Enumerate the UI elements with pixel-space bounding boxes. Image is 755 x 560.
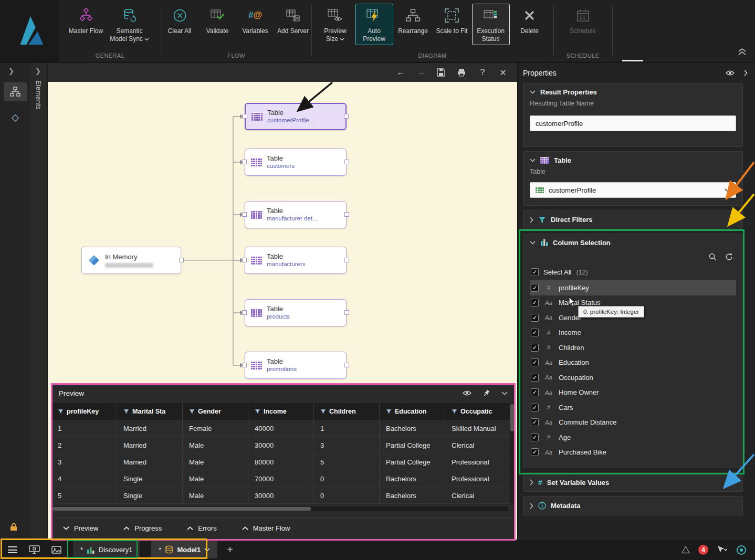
node-table-products[interactable]: Tableproducts — [245, 299, 347, 326]
preview-column-header[interactable]: Marital Sta — [117, 403, 183, 420]
select-all-checkbox[interactable]: ✓ — [531, 268, 539, 276]
present-button[interactable] — [29, 545, 40, 554]
auto-preview-button[interactable]: Auto Preview — [355, 4, 393, 45]
node-table-manufacturers[interactable]: Tablemanufacturers — [245, 247, 347, 274]
chevron-down-icon[interactable] — [204, 548, 210, 552]
preview-size-button[interactable]: Preview Size — [317, 4, 354, 45]
input-port[interactable] — [242, 363, 247, 367]
eye-icon[interactable] — [726, 70, 735, 76]
column-checkbox-checked[interactable]: ✓ — [531, 388, 539, 396]
column-checkbox-checked[interactable]: ✓ — [531, 434, 539, 441]
input-port[interactable] — [243, 114, 247, 119]
column-checkbox-checked[interactable]: ✓ — [531, 314, 539, 322]
pointer-menu-icon[interactable] — [717, 545, 728, 554]
preview-column-header[interactable]: Gender — [183, 403, 248, 420]
preview-table-row[interactable]: 5SingleMale300000BachelorsClerical — [51, 487, 509, 504]
resulting-table-name-input[interactable] — [530, 115, 736, 131]
column-checkbox-checked[interactable]: ✓ — [531, 329, 539, 336]
tab-model1[interactable]: * Model1 — [151, 541, 217, 558]
node-table-manufacturer-details[interactable]: Tablemanufacturer det... — [245, 201, 347, 228]
input-port[interactable] — [242, 310, 247, 315]
output-port[interactable] — [179, 258, 184, 262]
expand-elements-chevron[interactable]: ❯ — [30, 63, 47, 75]
app-status-icon[interactable] — [736, 545, 747, 555]
semantic-model-sync-button[interactable]: Semantic Model Sync — [106, 4, 153, 45]
validate-button[interactable]: Validate — [199, 4, 236, 37]
column-item-profilekey[interactable]: ✓#profileKey — [530, 280, 736, 295]
tab-master-flow[interactable]: Master Flow — [242, 524, 290, 532]
column-item-gender[interactable]: ✓AaGender — [530, 310, 736, 325]
output-port[interactable] — [344, 160, 349, 164]
new-tab-button[interactable]: + — [227, 544, 233, 556]
pin-icon[interactable] — [481, 388, 491, 398]
menu-icon[interactable] — [8, 545, 17, 555]
schedule-button[interactable]: Schedule — [564, 4, 602, 37]
model-view-button[interactable] — [4, 109, 27, 128]
tab-progress[interactable]: Progress — [123, 524, 162, 532]
output-port[interactable] — [344, 363, 349, 367]
preview-column-header[interactable]: Children — [314, 403, 380, 420]
preview-vertical-scrollbar[interactable] — [510, 404, 515, 505]
tab-errors[interactable]: Errors — [187, 524, 216, 532]
notification-badge[interactable]: 4 — [698, 545, 708, 555]
column-checkbox-checked[interactable]: ✓ — [531, 448, 539, 456]
tab-preview[interactable]: Preview — [63, 524, 98, 532]
column-checkbox-checked[interactable]: ✓ — [531, 404, 539, 411]
scale-to-fit-button[interactable]: Scale to Fit — [433, 4, 471, 45]
clear-all-button[interactable]: Clear All — [161, 4, 198, 37]
metadata-header[interactable]: Metadata — [530, 502, 736, 510]
column-item-income[interactable]: ✓#Income — [530, 325, 736, 341]
snapshot-button[interactable] — [51, 546, 61, 554]
output-port[interactable] — [344, 212, 349, 217]
collapse-ribbon-button[interactable] — [738, 48, 747, 55]
preview-table-row[interactable]: 2MarriedMale300003Partial CollegeClerica… — [51, 437, 509, 453]
preview-table-row[interactable]: 4SingleMale700000BachelorsProfessional — [51, 470, 509, 487]
app-mini-logo-icon[interactable] — [681, 546, 690, 554]
tab-discovery1[interactable]: * Discovery1 — [73, 541, 140, 558]
column-item-cars[interactable]: ✓#Cars — [530, 400, 736, 415]
help-button[interactable]: ? — [478, 68, 487, 77]
eye-icon[interactable] — [463, 390, 471, 396]
search-icon[interactable] — [709, 253, 717, 261]
elements-panel-label[interactable]: Elements — [35, 80, 42, 110]
add-server-button[interactable]: Add Server — [275, 4, 311, 37]
preview-horizontal-scrollbar[interactable] — [53, 506, 508, 511]
column-item-age[interactable]: ✓#Age — [530, 430, 736, 445]
input-port[interactable] — [242, 258, 247, 262]
table-section-header[interactable]: Table — [530, 156, 736, 164]
delete-button[interactable]: Delete — [511, 4, 549, 45]
column-item-commute-distance[interactable]: ✓AaCommute Distance — [530, 415, 736, 430]
node-table-customers[interactable]: Tablecustomers — [245, 149, 347, 176]
column-checkbox-checked[interactable]: ✓ — [531, 344, 539, 352]
preview-column-header[interactable]: Education — [380, 403, 445, 420]
execution-status-button[interactable]: Execution Status — [472, 4, 510, 45]
input-port[interactable] — [242, 212, 247, 217]
result-properties-header[interactable]: Result Properties — [530, 88, 736, 96]
column-item-children[interactable]: ✓#Children — [530, 340, 736, 355]
column-item-occupation[interactable]: ✓AaOccupation — [530, 370, 736, 385]
column-checkbox-checked[interactable]: ✓ — [531, 299, 539, 307]
column-item-home-owner[interactable]: ✓AaHome Owner — [530, 385, 736, 400]
node-in-memory[interactable]: In Memory — [81, 247, 181, 274]
canvas-body[interactable]: In Memory TablecustomerProfile... Tablec… — [48, 82, 517, 540]
save-button[interactable] — [437, 68, 446, 77]
column-item-purchased-bike[interactable]: ✓AaPurchased Bike — [530, 445, 736, 460]
direct-filters-header[interactable]: Direct Filters — [530, 216, 736, 224]
output-port[interactable] — [344, 114, 349, 119]
node-table-promotions[interactable]: Tablepromotions — [245, 352, 347, 379]
input-port[interactable] — [242, 160, 247, 164]
node-table-customerprofile[interactable]: TablecustomerProfile... — [245, 103, 347, 130]
column-item-marital-status[interactable]: ✓AaMarital Status — [530, 295, 736, 311]
rearrange-button[interactable]: Rearrange — [394, 4, 432, 45]
output-port[interactable] — [344, 258, 349, 262]
print-button[interactable] — [457, 69, 467, 77]
variables-button[interactable]: #@ Variables — [237, 4, 274, 37]
flow-view-button[interactable] — [4, 82, 27, 101]
refresh-icon[interactable] — [725, 253, 733, 261]
close-canvas-button[interactable]: ✕ — [498, 68, 508, 78]
back-button[interactable]: ← — [396, 68, 405, 77]
forward-button[interactable]: → — [416, 68, 426, 77]
master-flow-button[interactable]: Master Flow — [67, 4, 105, 45]
output-port[interactable] — [344, 310, 349, 315]
expand-panel-chevron[interactable]: ❯ — [0, 63, 30, 75]
